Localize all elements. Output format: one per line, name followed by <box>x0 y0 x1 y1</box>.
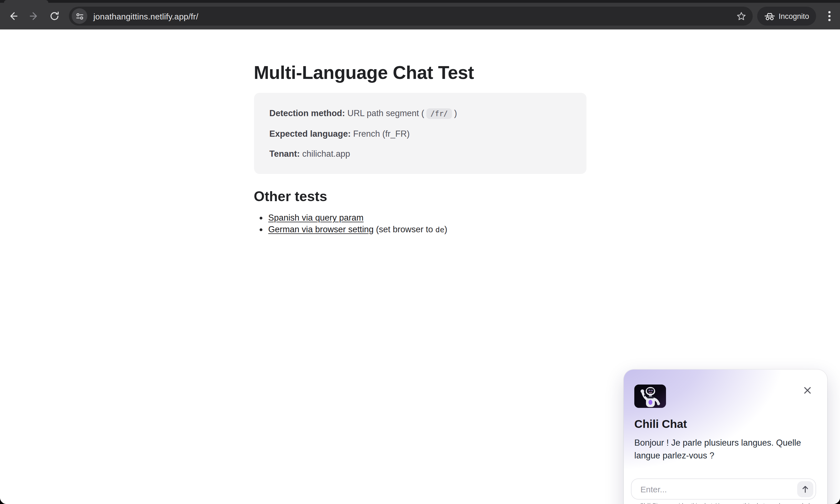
url-bar[interactable]: jonathangittins.netlify.app/fr/ <box>69 7 753 25</box>
web-page: Multi-Language Chat Test Detection metho… <box>0 30 840 504</box>
detection-method-row: Detection method: URL path segment ( /fr… <box>269 108 571 119</box>
chat-widget: Chili Chat Bonjour ! Je parle plusieurs … <box>624 370 827 504</box>
chat-message: Bonjour ! Je parle plusieurs langues. Qu… <box>634 436 815 462</box>
avatar <box>634 384 666 408</box>
forward-button[interactable] <box>28 11 39 22</box>
back-button[interactable] <box>8 11 19 22</box>
list-item: Spanish via query param <box>268 212 586 224</box>
page-title: Multi-Language Chat Test <box>254 62 586 83</box>
active-tab[interactable] <box>4 0 48 3</box>
incognito-badge: Incognito <box>757 7 816 25</box>
menu-dot <box>828 15 830 17</box>
browser-window: jonathangittins.netlify.app/fr/ Incognit… <box>0 0 840 504</box>
send-arrow-icon <box>801 485 809 493</box>
robot-avatar-image <box>634 384 666 408</box>
chat-footer: Chili Piper provides this chat. You agre… <box>628 502 823 504</box>
expected-language-row: Expected language: French (fr_FR) <box>269 128 571 139</box>
url-text[interactable]: jonathangittins.netlify.app/fr/ <box>93 12 198 21</box>
de-inline-code: de <box>435 225 445 234</box>
menu-dot <box>828 19 830 21</box>
bookmark-button[interactable] <box>735 10 747 22</box>
spanish-test-link[interactable]: Spanish via query param <box>268 213 363 222</box>
reload-icon <box>49 11 60 22</box>
path-code-chip: /fr/ <box>427 108 452 119</box>
browser-toolbar: jonathangittins.netlify.app/fr/ Incognit… <box>0 3 840 30</box>
menu-dot <box>828 12 830 13</box>
chat-input[interactable] <box>631 479 816 499</box>
back-icon <box>8 11 19 22</box>
browser-menu-button[interactable] <box>825 10 834 23</box>
chat-send-button[interactable] <box>797 481 813 497</box>
incognito-icon <box>764 12 775 20</box>
incognito-label: Incognito <box>779 12 809 20</box>
reload-button[interactable] <box>49 11 60 22</box>
chat-input-container <box>631 479 816 500</box>
star-icon <box>736 11 746 21</box>
site-settings-button[interactable] <box>72 8 87 24</box>
chat-close-button[interactable] <box>802 384 813 396</box>
tune-icon <box>75 12 84 21</box>
tenant-row: Tenant: chilichat.app <box>269 148 571 159</box>
list-item: German via browser setting (set browser … <box>268 224 586 235</box>
german-test-link[interactable]: German via browser setting <box>268 224 374 234</box>
tab-strip <box>0 0 840 3</box>
close-icon <box>803 386 811 394</box>
forward-icon <box>28 11 39 22</box>
chat-title: Chili Chat <box>634 417 687 431</box>
detection-info-box: Detection method: URL path segment ( /fr… <box>254 93 586 174</box>
other-tests-heading: Other tests <box>254 188 586 204</box>
other-tests-list: Spanish via query param German via brows… <box>254 212 586 235</box>
